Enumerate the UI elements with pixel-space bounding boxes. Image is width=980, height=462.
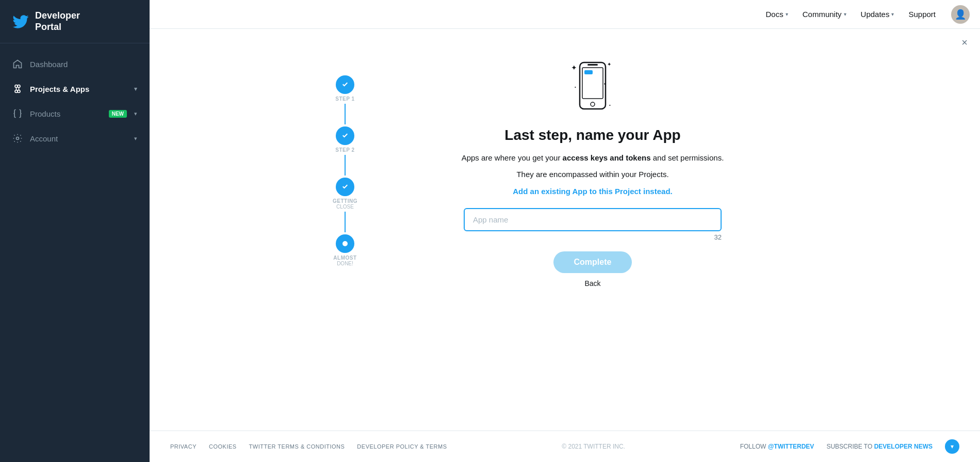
wizard-main-content: ✦ ✦ • • • [388,55,797,288]
step-getting-close-item: GETTING CLOSE [333,178,357,234]
twitter-bird-icon [12,15,29,28]
footer-subscribe-prefix: SUBSCRIBE TO [826,443,874,450]
step-almost-done-item: ALMOST DONE! [333,234,357,266]
step-2-check-icon [341,132,349,140]
wizard-desc-bold: access keys and tokens [563,153,651,162]
app-name-input-wrapper [464,208,722,231]
footer-copyright: © 2021 TWITTER INC. [562,443,625,450]
step-2-label: STEP 2 [335,147,354,153]
support-label: Support [908,10,936,19]
community-nav-item[interactable]: Community ▾ [797,7,852,22]
add-existing-app-link[interactable]: Add an existing App to this Project inst… [513,187,672,196]
app-name-input[interactable] [464,208,722,231]
step-1-item: STEP 1 [333,75,357,126]
step-getting-close-check-icon [341,183,349,191]
step-getting-close-sublabel: CLOSE [336,204,354,210]
docs-nav-item[interactable]: Docs ▾ [761,7,793,22]
footer-subscribe-text: SUBSCRIBE TO DEVELOPER NEWS [826,443,933,450]
svg-text:•: • [575,85,576,89]
updates-label: Updates [861,10,890,19]
sidebar-item-products-label: Products [30,109,102,118]
products-chevron-icon: ▾ [134,110,137,117]
step-getting-close-label: GETTING [333,198,357,204]
footer-follow-text: FOLLOW @TWITTERDEV [740,443,814,450]
wizard-container: STEP 1 STEP 2 GETTING CLOSE [333,44,797,288]
footer-twitter-terms-link[interactable]: TWITTER TERMS & CONDITIONS [249,443,345,450]
sidebar-item-dashboard-label: Dashboard [30,60,137,69]
user-avatar[interactable]: 👤 [951,5,970,24]
svg-point-16 [591,102,595,106]
phone-illustration: ✦ ✦ • • • [567,55,618,117]
sidebar-item-projects-apps[interactable]: Projects & Apps ▾ [0,76,150,101]
phone-svg: ✦ ✦ • • • [567,55,618,117]
projects-apps-chevron-icon: ▾ [134,86,137,92]
docs-chevron-icon: ▾ [786,11,788,17]
footer-developer-policy-link[interactable]: DEVELOPER POLICY & TERMS [357,443,447,450]
support-nav-item[interactable]: Support [903,7,941,22]
step-almost-done-sublabel: DONE! [337,261,353,266]
step-getting-close-circle [336,178,354,196]
footer-links-left: PRIVACY COOKIES TWITTER TERMS & CONDITIO… [170,443,447,450]
svg-rect-17 [587,64,598,66]
footer-scroll-down-button[interactable]: ▾ [945,439,959,454]
sidebar-navigation: Dashboard Projects & Apps ▾ Products [0,43,150,462]
logo-text: Developer Portal [35,10,80,33]
top-nav-links: Docs ▾ Community ▾ Updates ▾ Support 👤 [761,5,970,24]
account-chevron-icon: ▾ [134,135,137,142]
svg-rect-15 [584,70,593,74]
updates-chevron-icon: ▾ [891,11,894,17]
gear-icon [12,133,23,144]
step-almost-done-label: ALMOST [333,255,356,261]
svg-text:✦: ✦ [607,61,611,67]
footer-twitter-dev-link[interactable]: @TWITTERDEV [768,443,814,450]
step-1-label: STEP 1 [335,96,354,102]
wizard-description-line2: They are encompassed within your Project… [516,168,668,181]
svg-point-1 [18,85,20,88]
community-label: Community [803,10,842,19]
footer-right: FOLLOW @TWITTERDEV SUBSCRIBE TO DEVELOPE… [740,439,959,454]
sidebar-item-dashboard[interactable]: Dashboard [0,52,150,76]
svg-point-7 [17,137,19,140]
sidebar: Developer Portal Dashboard Projects & Ap… [0,0,150,462]
step-2-circle [336,126,354,145]
footer: PRIVACY COOKIES TWITTER TERMS & CONDITIO… [150,431,980,462]
complete-button[interactable]: Complete [553,251,632,273]
apps-icon [12,84,23,94]
wizard-title: Last step, name your App [504,127,680,144]
wizard-card: × STEP 1 STEP 2 [150,29,980,431]
svg-point-3 [18,90,20,93]
footer-cookies-link[interactable]: COOKIES [209,443,237,450]
close-button[interactable]: × [961,37,968,47]
char-count: 32 [464,233,722,241]
footer-privacy-link[interactable]: PRIVACY [170,443,197,450]
svg-text:•: • [609,103,611,107]
home-icon [12,59,23,69]
svg-text:✦: ✦ [571,63,577,72]
updates-nav-item[interactable]: Updates ▾ [856,7,900,22]
wizard-desc-plain: Apps are where you get your [462,153,563,162]
wizard-steps: STEP 1 STEP 2 GETTING CLOSE [333,55,357,266]
sidebar-item-account[interactable]: Account ▾ [0,126,150,151]
step-2-item: STEP 2 [333,126,357,178]
step-1-circle [336,75,354,94]
wizard-description-line1: Apps are where you get your access keys … [462,152,724,164]
step-almost-done-circle [336,234,354,253]
docs-label: Docs [766,10,783,19]
community-chevron-icon: ▾ [844,11,846,17]
main-content: × STEP 1 STEP 2 [150,29,980,462]
wizard-desc-plain2: and set permissions. [651,153,724,162]
step-almost-done-dot [342,241,348,246]
sidebar-item-products[interactable]: Products NEW ▾ [0,101,150,126]
footer-follow-prefix: FOLLOW [740,443,768,450]
curly-braces-icon [12,108,23,119]
sidebar-item-account-label: Account [30,134,127,143]
footer-developer-news-link[interactable]: DEVELOPER NEWS [874,443,933,450]
top-navigation: Docs ▾ Community ▾ Updates ▾ Support 👤 [150,0,980,29]
sidebar-logo[interactable]: Developer Portal [0,0,150,43]
sidebar-item-projects-apps-label: Projects & Apps [30,85,127,93]
products-new-badge: NEW [109,110,127,118]
back-link[interactable]: Back [584,279,600,288]
step-1-check-icon [341,81,349,89]
